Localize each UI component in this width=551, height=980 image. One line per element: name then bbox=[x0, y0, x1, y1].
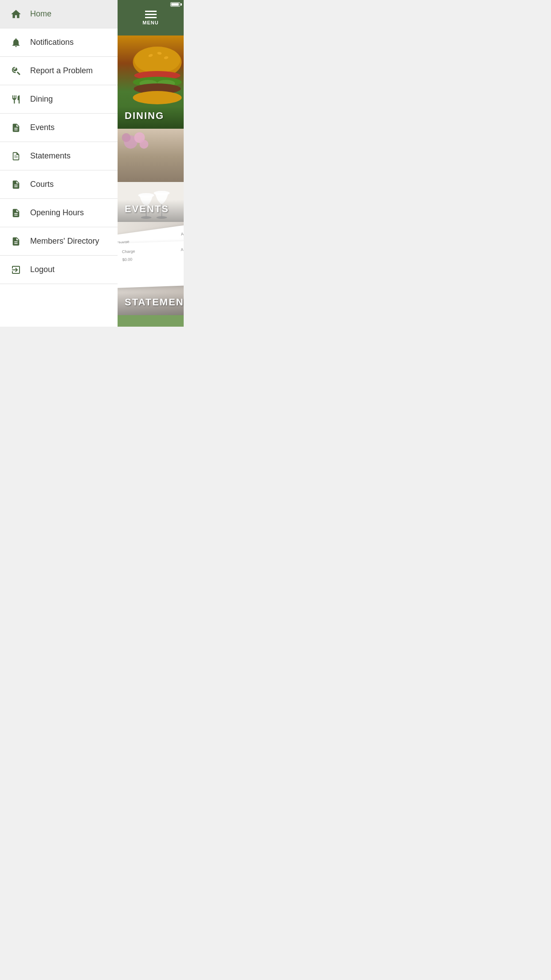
charge-label-2: Charge bbox=[122, 249, 135, 254]
tile-dining[interactable]: DINING bbox=[118, 36, 184, 129]
card-tiles: DINING bbox=[118, 36, 184, 327]
tile-courts[interactable]: COURTS bbox=[118, 315, 184, 327]
sidebar-item-home-label: Home bbox=[30, 9, 51, 19]
svg-point-10 bbox=[133, 91, 182, 104]
statements-icon bbox=[9, 149, 23, 163]
sidebar-item-courts[interactable]: Courts bbox=[0, 170, 118, 199]
menu-label: MENU bbox=[142, 20, 158, 25]
sidebar-item-report[interactable]: Report a Problem bbox=[0, 57, 118, 85]
opening-hours-doc-icon bbox=[9, 206, 23, 220]
amount-paid-label-1: Amount Paid bbox=[181, 229, 184, 237]
amount-2: $0.00 bbox=[122, 257, 132, 262]
sidebar-item-statements[interactable]: Statements bbox=[0, 142, 118, 170]
sidebar-item-members-directory[interactable]: Members' Directory bbox=[0, 227, 118, 256]
members-doc-icon bbox=[9, 234, 23, 249]
logout-icon bbox=[9, 263, 23, 277]
sidebar-item-opening-hours[interactable]: Opening Hours bbox=[0, 199, 118, 227]
sidebar-item-dining-label: Dining bbox=[30, 95, 53, 104]
courts-doc-icon bbox=[9, 178, 23, 192]
sidebar-item-events[interactable]: Events bbox=[0, 114, 118, 142]
svg-rect-22 bbox=[118, 315, 184, 327]
courts-bg-image bbox=[118, 315, 184, 327]
fork-knife-icon bbox=[9, 92, 23, 107]
sidebar-item-opening-hours-label: Opening Hours bbox=[30, 208, 84, 217]
right-panel: MENU bbox=[118, 0, 184, 327]
svg-point-1 bbox=[134, 47, 181, 73]
tile-statements-label: STATEMENTS bbox=[125, 296, 184, 308]
bell-icon bbox=[9, 36, 23, 50]
events-doc-icon bbox=[9, 121, 23, 135]
sidebar-item-dining[interactable]: Dining bbox=[0, 85, 118, 114]
hamburger-menu-icon bbox=[145, 11, 157, 18]
svg-point-13 bbox=[122, 133, 131, 142]
tile-dining-label: DINING bbox=[125, 110, 164, 122]
sidebar-item-events-label: Events bbox=[30, 123, 55, 132]
wrench-icon bbox=[9, 64, 23, 78]
sidebar-item-members-directory-label: Members' Directory bbox=[30, 237, 99, 246]
tile-events[interactable]: EVENTS bbox=[118, 129, 184, 222]
sidebar-item-notifications-label: Notifications bbox=[30, 38, 74, 47]
sidebar-item-home[interactable]: Home bbox=[0, 0, 118, 28]
sidebar-item-notifications[interactable]: Notifications bbox=[0, 28, 118, 57]
app-container: Home Notifications Report a Problem bbox=[0, 0, 184, 327]
sidebar: Home Notifications Report a Problem bbox=[0, 0, 118, 327]
statement-paper-2: Charge Amount Paid $0.00 $0.00 bbox=[118, 240, 184, 288]
status-bar bbox=[144, 0, 184, 9]
sidebar-item-statements-label: Statements bbox=[30, 151, 71, 161]
sidebar-item-logout[interactable]: Logout bbox=[0, 256, 118, 284]
sidebar-item-logout-label: Logout bbox=[30, 265, 55, 274]
tile-statements[interactable]: Charge Amount Paid $0.00 Charge Amount P… bbox=[118, 222, 184, 315]
amount-paid-label-2: Amount Paid bbox=[181, 247, 184, 252]
svg-point-14 bbox=[140, 140, 149, 149]
sidebar-item-report-label: Report a Problem bbox=[30, 66, 93, 75]
sidebar-item-courts-label: Courts bbox=[30, 180, 54, 189]
tile-events-label: EVENTS bbox=[125, 203, 169, 215]
home-icon bbox=[9, 7, 23, 21]
battery-icon bbox=[170, 2, 180, 7]
